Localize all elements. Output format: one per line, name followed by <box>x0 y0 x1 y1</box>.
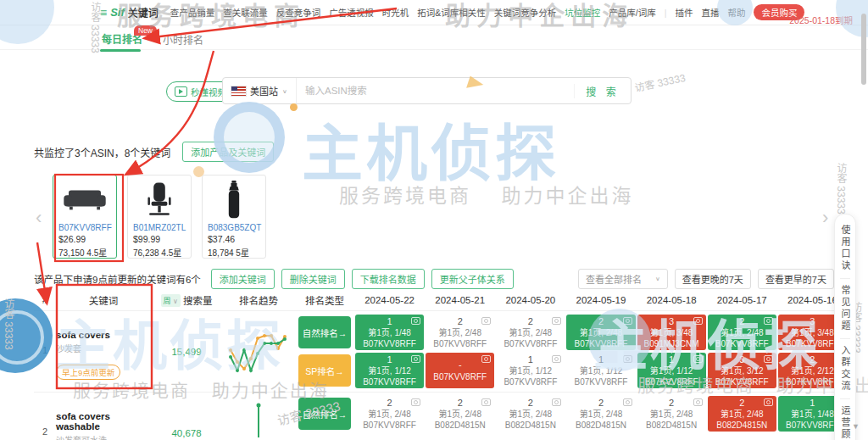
rank-cell[interactable]: 1第1页, 1/48B07KVV8RFF <box>355 315 424 350</box>
side-widget-item-0[interactable]: 使用口诀 <box>838 225 852 272</box>
camera-icon <box>764 317 773 325</box>
rank-cell[interactable]: 2第1页, 2/48B07KVV8RFF <box>708 315 776 350</box>
add-product-keyword-button[interactable]: 添加产品及关键词 <box>182 142 274 162</box>
rank-type-badge[interactable]: 自然排名→ <box>298 316 351 348</box>
keyword-translation: 沙发套可水洗 <box>56 433 151 440</box>
action-button-0[interactable]: 添加关键词 <box>211 269 275 289</box>
nav-item-7[interactable]: 坑位监控 <box>565 6 600 19</box>
camera-icon <box>552 317 561 325</box>
date-header: 2024-05-20 <box>495 295 565 305</box>
earlier-7days-button[interactable]: 查看更早的7天 <box>758 269 834 289</box>
rank-cell[interactable]: 1第1页, 1/12B07KVV8RFF <box>496 353 565 388</box>
rank-number: 2 <box>598 397 604 409</box>
rank-cell[interactable]: 1第1页, 1/12B07KVV8RFF <box>637 353 706 388</box>
rank-page: 第1页, 2/48 <box>580 409 623 420</box>
rank-number: 2 <box>739 397 744 409</box>
product-card[interactable]: B01MRZ02TL $99.99 76,238 4.5星 <box>127 175 192 259</box>
nav-item-4[interactable]: 时光机 <box>382 6 409 19</box>
rank-cell[interactable]: 2第1页, 2/48B082D4815N <box>426 396 494 432</box>
rank-cell[interactable]: 2第1页, 2/48B07KVV8RFF <box>355 396 424 432</box>
rank-line: 自然排名→1第1页, 1/48B07KVV8RFF2第1页, 2/48B07KV… <box>295 314 848 351</box>
rank-cell[interactable]: 2第1页, 2/48B082D4815N <box>637 396 706 432</box>
asin-search-input[interactable] <box>297 85 574 97</box>
rank-asin: B07KVV8RFF <box>786 376 839 387</box>
nav-item-2[interactable]: 反查竞争词 <box>276 6 321 19</box>
nav-item-0[interactable]: 查产品销量 <box>170 6 215 19</box>
rank-cell[interactable]: 2第1页, 2/48B082D4815N <box>566 396 635 432</box>
rank-table: # 关键词 周 ∨ 搜索量 排名趋势 排名类型 2024-05-222024-0… <box>34 290 848 440</box>
rank-cells: 自然排名→1第1页, 1/48B07KVV8RFF2第1页, 2/48B07KV… <box>295 313 848 390</box>
rank-cell[interactable]: 2第1页, 2/48B082D4815N <box>708 396 776 432</box>
rank-number: 2 <box>528 315 533 327</box>
camera-icon <box>623 355 632 363</box>
rank-cell[interactable]: 1第1页, 1/12B07KVV8RFF <box>355 353 424 388</box>
rank-cell[interactable]: 2第1页, 2/48B07KVV8RFF <box>566 315 635 350</box>
tab-hourly-rank[interactable]: 小时排名 <box>163 32 203 47</box>
carousel-prev-icon[interactable]: ‹ <box>36 207 42 229</box>
product-asin-link[interactable]: B083GB5ZQT <box>208 223 260 232</box>
rank-asin: B07KVV8RFF <box>786 420 839 431</box>
later-7days-button[interactable]: 查看更晚的7天 <box>675 269 751 289</box>
rank-cell[interactable]: 2第1页, 2/48B082D4815N <box>496 396 565 432</box>
hamburger-menu-icon[interactable]: ≡ <box>100 6 107 19</box>
header-rank-type: 排名类型 <box>295 293 354 307</box>
side-widget-item-1[interactable]: 常见问题 <box>838 285 852 332</box>
header-volume-label: 搜索量 <box>183 293 213 307</box>
nav-item-6[interactable]: 关键词竞争分析 <box>494 6 557 19</box>
nav-item-12[interactable]: 帮助 <box>727 6 745 19</box>
camera-icon <box>411 317 420 325</box>
product-price: $26.99 <box>58 234 111 244</box>
product-asin-link[interactable]: B07KVV8RFF <box>58 223 111 232</box>
summary-text: 共监控了3个ASIN，8个关键词 <box>34 145 170 159</box>
action-buttons: 添加关键词删除关键词下载排名数据更新父子体关系 <box>211 269 514 289</box>
rank-asin: B07KVV8RFF <box>363 376 416 387</box>
rank-cells: 自然排名→2第1页, 2/48B07KVV8RFF2第1页, 2/48B082D… <box>295 394 848 440</box>
rank-cell[interactable]: 3第1页, 3/48B091MJ3CNM <box>637 315 706 350</box>
rank-cell[interactable]: 3第1页, 3/12B07KVV8RFF <box>708 353 776 388</box>
search-button[interactable]: 搜 索 <box>574 84 631 98</box>
rank-page: 第1页, 3/48 <box>791 327 834 338</box>
rank-page: 第1页, 2/48 <box>721 409 764 420</box>
actions-row: 该产品下申请9点前更新的关键词有6个 添加关键词删除关键词下载排名数据更新父子体… <box>34 269 834 289</box>
action-button-3[interactable]: 更新父子体关系 <box>431 269 514 289</box>
app-logo[interactable]: ≡ Sif 关键词 <box>100 5 159 19</box>
nav-item-5[interactable]: 拓词&词库相关性 <box>417 6 486 19</box>
date-headers: 2024-05-222024-05-212024-05-202024-05-19… <box>354 295 848 305</box>
brand-suffix: 关键词 <box>128 5 159 19</box>
date-header: 2024-05-21 <box>425 295 495 305</box>
nav-item-3[interactable]: 广告透视报 <box>329 6 374 19</box>
nav-item-11[interactable]: 直播 <box>701 6 719 19</box>
rank-page: 第1页, 2/48 <box>509 327 553 338</box>
rank-page: 第1页, 2/48 <box>368 409 411 420</box>
rank-asin: B07KVV8RFF <box>504 376 557 387</box>
view-rank-select[interactable]: 查看全部排名 ∨ <box>578 269 668 289</box>
marketplace-select[interactable]: 美国站 ∨ <box>223 78 297 103</box>
carousel-next-icon[interactable]: › <box>822 207 828 229</box>
rank-cell[interactable]: 2第1页, 2/48B07KVV8RFF <box>426 315 494 350</box>
action-button-1[interactable]: 删除关键词 <box>281 269 345 289</box>
date-header: 2024-05-18 <box>637 295 707 305</box>
period-tag[interactable]: 周 ∨ <box>161 294 181 307</box>
scrollbar[interactable] <box>861 14 866 85</box>
rank-type-badge[interactable]: SP排名→ <box>298 354 351 387</box>
header-keyword: 关键词 <box>56 293 151 307</box>
product-carousel: B07KVV8RFF $26.99 73,150 4.5星 B01MRZ02TL… <box>53 175 266 259</box>
scroll-down-caret[interactable]: ▼ <box>852 422 860 431</box>
rank-type-badge[interactable]: 自然排名→ <box>298 398 351 430</box>
product-card[interactable]: B083GB5ZQT $37.46 18,784 5星 <box>202 175 266 259</box>
rank-cell[interactable]: 1第1页, 1/12B07KVV8RFF <box>566 353 635 388</box>
header-trend: 排名趋势 <box>222 293 295 307</box>
side-widget-item-2[interactable]: 入群交流 <box>838 345 852 393</box>
trend-sparkline <box>222 313 295 390</box>
nav-item-1[interactable]: 查关联流量 <box>223 6 268 19</box>
nav-item-8[interactable]: 产品库/词库 <box>609 6 655 19</box>
action-button-2[interactable]: 下载排名数据 <box>352 269 425 289</box>
keyword-text: sofa covers <box>56 330 151 340</box>
product-card[interactable]: B07KVV8RFF $26.99 73,150 4.5星 <box>53 175 117 259</box>
product-asin-link[interactable]: B01MRZ02TL <box>133 223 186 232</box>
nav-item-10[interactable]: 插件 <box>675 6 693 19</box>
rank-cell[interactable]: -B07KVV8RFF <box>426 353 494 388</box>
side-widget-item-3[interactable]: 运营顾问 <box>838 405 852 440</box>
rank-cell[interactable]: 2第1页, 2/48B07KVV8RFF <box>496 315 565 350</box>
keyword-translation: 沙发套 <box>56 342 151 354</box>
